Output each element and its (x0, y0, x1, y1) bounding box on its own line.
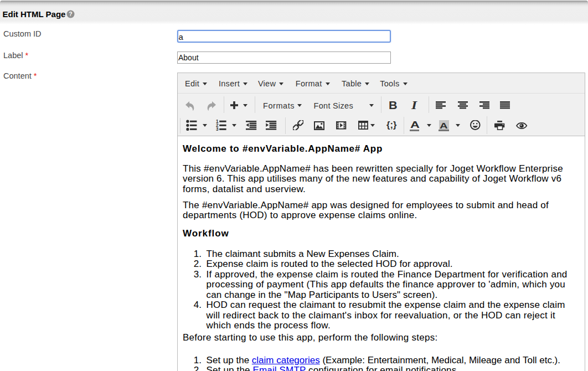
svg-text:?: ? (69, 11, 72, 17)
svg-text:3: 3 (216, 127, 219, 131)
